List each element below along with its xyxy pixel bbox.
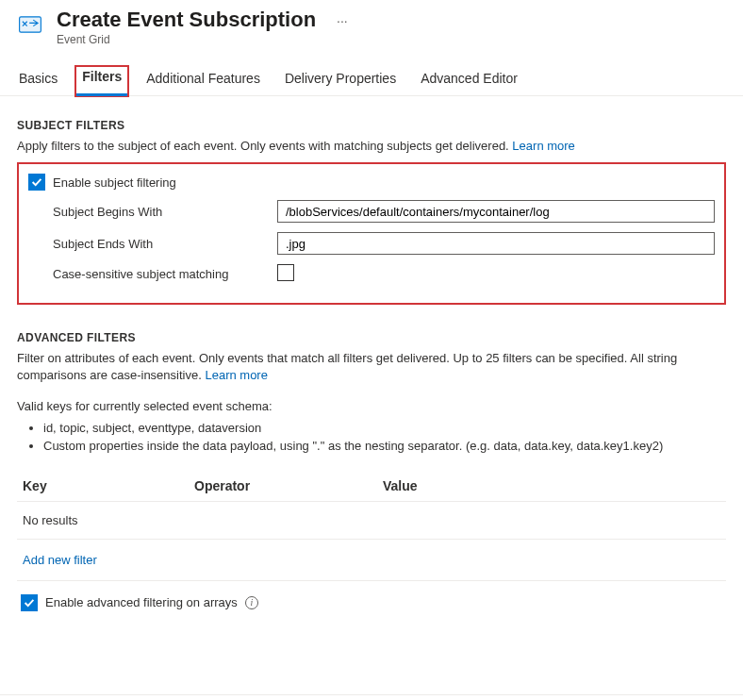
tab-filters[interactable]: Filters [74, 65, 129, 97]
enable-advanced-filtering-arrays-checkbox[interactable] [21, 594, 38, 611]
subject-filters-highlighted-area: Enable subject filtering Subject Begins … [17, 162, 726, 305]
enable-advanced-filtering-arrays-label: Enable advanced filtering on arrays [45, 595, 238, 609]
advanced-filters-table-header: Key Operator Value [17, 471, 726, 502]
event-grid-icon [17, 11, 43, 38]
page-title: Create Event Subscription [57, 8, 316, 32]
subject-begins-input[interactable] [277, 200, 715, 223]
advanced-filters-help: Filter on attributes of each event. Only… [17, 350, 726, 384]
enable-subject-filtering-checkbox[interactable] [28, 174, 45, 191]
add-new-filter-link[interactable]: Add new filter [17, 540, 726, 581]
col-value: Value [383, 478, 726, 493]
subject-ends-label: Subject Ends With [28, 237, 277, 251]
subject-ends-input[interactable] [277, 232, 715, 255]
col-key: Key [17, 478, 194, 493]
page-subtitle: Event Grid [57, 33, 316, 46]
tab-advanced-editor[interactable]: Advanced Editor [419, 67, 520, 95]
col-operator: Operator [194, 478, 383, 493]
enable-subject-filtering-label: Enable subject filtering [53, 175, 176, 190]
subject-begins-label: Subject Begins With [28, 205, 277, 219]
tab-additional-features[interactable]: Additional Features [144, 67, 262, 95]
tab-basics[interactable]: Basics [17, 67, 59, 95]
valid-keys-line-1: id, topic, subject, eventtype, dataversi… [43, 419, 726, 438]
tab-delivery-properties[interactable]: Delivery Properties [283, 67, 398, 95]
valid-keys-intro: Valid keys for currently selected event … [17, 398, 726, 415]
info-icon[interactable]: i [245, 596, 258, 609]
subject-filters-heading: SUBJECT FILTERS [17, 119, 726, 132]
tabs: Basics Filters Additional Features Deliv… [0, 50, 743, 96]
subject-filters-help: Apply filters to the subject of each eve… [17, 138, 726, 155]
case-sensitive-label: Case-sensitive subject matching [28, 267, 277, 281]
valid-keys-line-2: Custom properties inside the data payloa… [43, 437, 726, 456]
case-sensitive-checkbox[interactable] [277, 264, 294, 281]
valid-keys-block: Valid keys for currently selected event … [17, 398, 726, 456]
svg-rect-0 [20, 17, 41, 32]
more-actions-icon[interactable]: ··· [337, 13, 348, 28]
advanced-filters-no-results: No results [17, 502, 726, 540]
advanced-filters-learn-more[interactable]: Learn more [205, 368, 267, 382]
advanced-filters-heading: ADVANCED FILTERS [17, 331, 726, 344]
subject-filters-learn-more[interactable]: Learn more [512, 139, 574, 153]
